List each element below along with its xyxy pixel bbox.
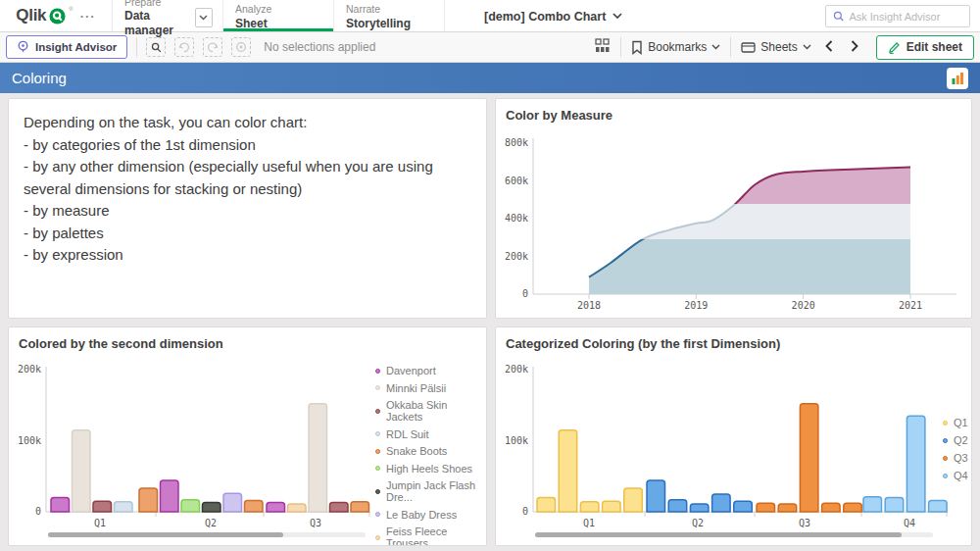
legend-label: Davenport — [386, 365, 436, 376]
bar-chart-canvas[interactable]: 0100k200kQ1Q2Q3Q4 — [496, 327, 971, 529]
bar[interactable] — [223, 493, 242, 512]
tab-narrate[interactable]: Narrate Storytelling — [334, 0, 445, 31]
bar[interactable] — [288, 504, 307, 512]
insight-advisor-button[interactable]: Insight Advisor — [6, 35, 127, 59]
qlik-logo[interactable]: Qlik ® ··· — [0, 0, 113, 31]
scrollbar-thumb[interactable] — [535, 532, 902, 537]
undo-selection-icon[interactable] — [174, 37, 194, 57]
bar[interactable] — [712, 494, 731, 512]
legend-label: Q3 — [954, 452, 968, 464]
y-axis-label: 0 — [522, 288, 528, 299]
bar[interactable] — [757, 503, 775, 512]
legend-dot — [943, 474, 948, 478]
bar[interactable] — [647, 480, 665, 512]
legend-item[interactable]: Snake Boots — [375, 445, 486, 457]
sheets-menu[interactable]: Sheets — [741, 40, 810, 54]
legend-item[interactable]: Q1 — [943, 417, 968, 428]
bar[interactable] — [822, 503, 841, 512]
info-line: - by measure — [24, 200, 471, 223]
prepare-dropdown-button[interactable] — [195, 8, 213, 27]
sheet-thumbnail[interactable] — [947, 68, 968, 89]
bar[interactable] — [800, 404, 818, 512]
tab-label: Storytelling — [346, 17, 411, 31]
legend-label: Jumpin Jack Flash Dre... — [386, 479, 486, 503]
smart-search-icon[interactable] — [146, 37, 166, 57]
legend-item[interactable]: High Heels Shoes — [375, 463, 486, 475]
legend-item[interactable]: Minnki Pälsii — [375, 382, 486, 394]
area-chart-canvas[interactable]: 0200k400k600k800k2018201920202021 — [496, 99, 971, 318]
bar[interactable] — [863, 497, 882, 512]
bar[interactable] — [309, 404, 327, 512]
next-sheet-button[interactable] — [847, 38, 862, 56]
legend-dot — [375, 449, 380, 454]
bar[interactable] — [690, 504, 709, 512]
bar[interactable] — [778, 504, 797, 512]
legend-item[interactable]: Q3 — [943, 452, 968, 464]
bar[interactable] — [51, 498, 70, 513]
legend-item[interactable]: Okkaba Skin Jackets — [375, 399, 486, 423]
bar[interactable] — [603, 501, 621, 512]
legend-item[interactable]: Davenport — [375, 365, 486, 376]
tab-analyze[interactable]: Analyze Sheet — [223, 0, 334, 31]
bookmarks-menu[interactable]: Bookmarks — [631, 40, 720, 55]
chart-legend: DavenportMinnki PälsiiOkkaba Skin Jacket… — [375, 365, 486, 546]
sheet-title-bar: Coloring — [0, 63, 980, 93]
bar[interactable] — [139, 488, 158, 512]
bar[interactable] — [267, 503, 285, 512]
chart-scrollbar[interactable] — [535, 532, 933, 537]
bar[interactable] — [330, 503, 349, 512]
bar[interactable] — [929, 500, 948, 512]
previous-sheet-button[interactable] — [821, 38, 837, 56]
bar[interactable] — [93, 501, 112, 512]
legend-item[interactable]: Jumpin Jack Flash Dre... — [375, 479, 486, 503]
bar[interactable] — [203, 503, 221, 512]
scrollbar-thumb[interactable] — [48, 532, 283, 537]
y-axis-label: 200k — [18, 364, 41, 375]
area-series[interactable] — [589, 167, 910, 294]
bar[interactable] — [245, 500, 264, 512]
clear-selections-icon[interactable] — [231, 37, 251, 57]
bar[interactable] — [351, 502, 369, 512]
bar[interactable] — [559, 430, 577, 512]
legend-item[interactable]: Le Baby Dress — [375, 509, 486, 521]
legend-item[interactable]: Q2 — [943, 434, 968, 446]
y-axis-label: 800k — [505, 137, 528, 148]
bar[interactable] — [181, 500, 200, 512]
bar[interactable] — [668, 500, 687, 512]
y-axis-label: 400k — [505, 213, 528, 224]
edit-sheet-button[interactable]: Edit sheet — [876, 35, 974, 60]
legend-dot — [375, 431, 380, 436]
chart-scrollbar[interactable] — [48, 532, 366, 537]
undo-icon — [178, 42, 190, 53]
redo-selection-icon[interactable] — [203, 37, 222, 57]
app-title-menu[interactable]: [demo] Combo Chart — [484, 0, 622, 32]
tab-label: Sheet — [235, 17, 271, 31]
bar[interactable] — [580, 502, 599, 512]
x-axis-label: 2021 — [899, 300, 922, 311]
legend-item[interactable]: RDL Suit — [375, 428, 486, 440]
legend-item[interactable]: Feiss Fleece Trousers — [375, 526, 486, 546]
insight-advisor-searchbox[interactable] — [825, 5, 970, 27]
x-axis-label: Q3 — [799, 518, 810, 528]
legend-item[interactable]: Q4 — [943, 470, 968, 481]
more-menu-button[interactable]: ··· — [80, 9, 96, 24]
bar[interactable] — [624, 488, 643, 512]
bar[interactable] — [906, 416, 925, 512]
bar[interactable] — [885, 498, 904, 513]
chevron-down-icon — [711, 44, 720, 50]
chart-title: Categorized Coloring (by the first Dimen… — [506, 336, 780, 351]
x-axis-label: Q3 — [310, 518, 321, 528]
bar[interactable] — [115, 502, 133, 512]
search-input[interactable] — [849, 11, 962, 23]
app-objects-icon[interactable] — [595, 38, 611, 57]
bar[interactable] — [537, 498, 556, 513]
y-axis-label: 100k — [505, 435, 528, 446]
x-axis-label: Q2 — [692, 518, 704, 528]
bar[interactable] — [734, 501, 753, 512]
bar[interactable] — [73, 430, 91, 512]
x-axis-label: 2018 — [577, 300, 601, 311]
bar[interactable] — [844, 503, 862, 512]
legend-label: Okkaba Skin Jackets — [386, 399, 486, 423]
bar[interactable] — [161, 480, 179, 512]
tab-prepare[interactable]: Prepare Data manager — [113, 0, 223, 31]
